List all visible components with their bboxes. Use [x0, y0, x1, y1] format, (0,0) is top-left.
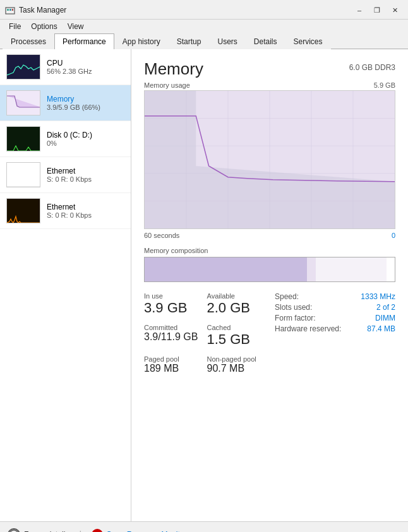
- stats-specs-container: In use 3.9 GB Available 2.0 GB Committed…: [144, 292, 395, 374]
- main-content: CPU 56% 2.38 GHz Memory 3.9/5.9 GB (66%): [0, 49, 408, 521]
- sidebar-item-ethernet1[interactable]: Ethernet S: 0 R: 0 Kbps: [0, 157, 131, 193]
- title-bar-left: Task Manager: [5, 5, 66, 15]
- fewer-details-icon: [8, 528, 20, 533]
- ethernet2-thumbnail: [6, 198, 40, 223]
- tab-processes[interactable]: Processes: [3, 33, 54, 49]
- stat-in-use: In use 3.9 GB: [144, 292, 202, 316]
- memory-info: Memory 3.9/5.9 GB (66%): [47, 95, 124, 111]
- hw-val: 87.4 MB: [367, 324, 395, 333]
- fewer-details-button[interactable]: Fewer details: [8, 528, 69, 533]
- tab-users[interactable]: Users: [209, 33, 245, 49]
- stats-grid: In use 3.9 GB Available 2.0 GB Committed…: [144, 292, 265, 374]
- memory-thumbnail: [6, 90, 40, 115]
- ethernet1-info: Ethernet S: 0 R: 0 Kbps: [47, 167, 124, 183]
- chart-label-row: Memory usage 5.9 GB: [144, 81, 395, 89]
- nonpaged-value: 90.7 MB: [207, 363, 265, 374]
- chart-label: Memory usage: [144, 81, 190, 89]
- form-val: DIMM: [375, 314, 395, 322]
- paged-label: Paged pool: [144, 355, 202, 363]
- app-icon: [5, 5, 15, 15]
- detail-subtitle: 6.0 GB DDR3: [349, 63, 395, 72]
- stats-left: In use 3.9 GB Available 2.0 GB Committed…: [144, 292, 265, 374]
- open-resource-monitor-label: Open Resource Monitor: [106, 530, 186, 533]
- cpu-info: CPU 56% 2.38 GHz: [47, 59, 124, 75]
- detail-panel: Memory 6.0 GB DDR3 Memory usage 5.9 GB: [131, 49, 408, 521]
- resource-monitor-icon: [92, 529, 103, 533]
- svg-rect-4: [7, 55, 40, 80]
- committed-label: Committed: [144, 324, 202, 331]
- ethernet1-name: Ethernet: [47, 167, 124, 175]
- spec-hw: Hardware reserved: 87.4 MB: [275, 324, 395, 333]
- stat-nonpaged: Non-paged pool 90.7 MB: [207, 355, 265, 374]
- svg-rect-6: [7, 127, 40, 151]
- ethernet1-stat: S: 0 R: 0 Kbps: [47, 175, 124, 183]
- composition-bar: [144, 257, 395, 282]
- maximize-button[interactable]: ❐: [369, 4, 385, 16]
- chart-time-right: 0: [392, 232, 395, 239]
- sidebar-item-cpu[interactable]: CPU 56% 2.38 GHz: [0, 49, 131, 85]
- cached-value: 1.5 GB: [207, 331, 265, 348]
- chart-time-left: 60 seconds: [144, 232, 179, 239]
- committed-value: 3.9/11.9 GB: [144, 331, 202, 343]
- chart-time-row: 60 seconds 0: [144, 232, 395, 239]
- cpu-thumbnail: [6, 54, 40, 80]
- ethernet1-thumbnail: [6, 162, 40, 187]
- stat-paged: Paged pool 189 MB: [144, 355, 202, 374]
- open-resource-monitor-button[interactable]: Open Resource Monitor: [92, 529, 186, 533]
- title-bar: Task Manager – ❐ ✕: [0, 0, 408, 20]
- disk-thumbnail: [6, 126, 40, 151]
- detail-header: Memory 6.0 GB DDR3: [144, 59, 395, 79]
- slots-val: 2 of 2: [376, 303, 395, 312]
- disk-info: Disk 0 (C: D:) 0%: [47, 131, 124, 147]
- spec-slots: Slots used: 2 of 2: [275, 303, 395, 312]
- comp-modified: [307, 257, 315, 281]
- cpu-mini-chart: [7, 55, 40, 80]
- cached-label: Cached: [207, 324, 265, 331]
- spec-speed: Speed: 1333 MHz: [275, 292, 395, 301]
- app-title: Task Manager: [19, 6, 66, 15]
- menu-view[interactable]: View: [63, 21, 89, 32]
- memory-chart: [144, 90, 395, 229]
- ethernet1-mini-chart: [7, 163, 40, 187]
- svg-rect-3: [12, 9, 13, 11]
- ethernet2-mini-chart: [7, 199, 40, 223]
- tab-app-history[interactable]: App history: [114, 33, 169, 49]
- sidebar-item-memory[interactable]: Memory 3.9/5.9 GB (66%): [0, 85, 131, 121]
- tab-details[interactable]: Details: [246, 33, 285, 49]
- minimize-button[interactable]: –: [351, 4, 368, 16]
- memory-chart-svg: [145, 91, 395, 228]
- sidebar-item-disk[interactable]: Disk 0 (C: D:) 0%: [0, 121, 131, 157]
- stat-committed: Committed 3.9/11.9 GB: [144, 324, 202, 348]
- menu-options[interactable]: Options: [26, 21, 62, 32]
- disk-mini-chart: [7, 127, 40, 151]
- comp-standby: [316, 257, 387, 281]
- menu-file[interactable]: File: [4, 21, 26, 32]
- memory-mini-chart: [7, 91, 40, 115]
- memory-name: Memory: [47, 95, 124, 103]
- tab-services[interactable]: Services: [285, 33, 331, 49]
- tab-startup[interactable]: Startup: [169, 33, 210, 49]
- sidebar: CPU 56% 2.38 GHz Memory 3.9/5.9 GB (66%): [0, 49, 131, 521]
- form-key: Form factor:: [275, 314, 316, 322]
- slots-key: Slots used:: [275, 303, 312, 312]
- svg-point-21: [9, 530, 18, 533]
- tab-performance[interactable]: Performance: [54, 33, 114, 49]
- spec-form: Form factor: DIMM: [275, 314, 395, 322]
- cpu-name: CPU: [47, 59, 124, 68]
- composition-label: Memory composition: [144, 247, 395, 254]
- speed-val: 1333 MHz: [361, 292, 395, 301]
- speed-key: Speed:: [275, 292, 299, 301]
- close-button[interactable]: ✕: [387, 4, 403, 16]
- ethernet2-stat: S: 0 R: 0 Kbps: [47, 211, 124, 219]
- chart-max: 5.9 GB: [374, 81, 395, 89]
- detail-title: Memory: [144, 59, 203, 79]
- stat-cached: Cached 1.5 GB: [207, 324, 265, 348]
- hw-key: Hardware reserved:: [275, 324, 341, 333]
- title-bar-controls: – ❐ ✕: [351, 4, 403, 16]
- paged-value: 189 MB: [144, 363, 202, 374]
- sidebar-item-ethernet2[interactable]: Ethernet S: 0 R: 0 Kbps: [0, 193, 131, 229]
- svg-rect-1: [7, 9, 9, 11]
- specs-table: Speed: 1333 MHz Slots used: 2 of 2 Form …: [275, 292, 395, 333]
- fewer-details-label: Fewer details: [24, 530, 69, 533]
- comp-free: [387, 257, 395, 281]
